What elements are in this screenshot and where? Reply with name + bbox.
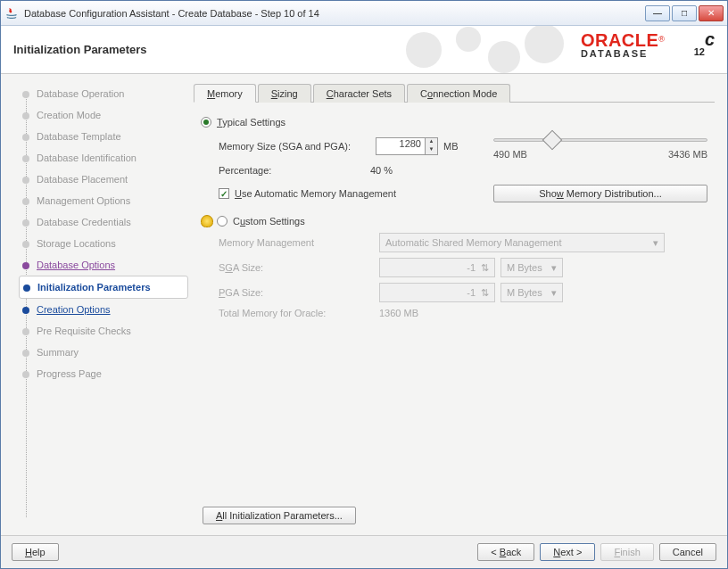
page-title: Initialization Parameters	[13, 43, 147, 56]
total-memory-label: Total Memory for Oracle:	[219, 308, 379, 318]
app-window: Database Configuration Assistant - Creat…	[0, 0, 728, 569]
radio-custom-settings[interactable]	[217, 216, 228, 227]
memory-size-label: Memory Size (SGA and PGA):	[219, 141, 370, 152]
nav-step: Database Template	[22, 126, 188, 147]
back-button[interactable]: < Back	[477, 543, 534, 561]
nav-step: Database Credentials	[22, 211, 188, 233]
hint-icon	[201, 215, 213, 227]
help-button[interactable]: Help	[12, 543, 59, 561]
nav-step: Database Placement	[22, 169, 188, 190]
all-init-params-button[interactable]: All Initialization Parameters...	[203, 507, 356, 524]
nav-step: Progress Page	[22, 363, 188, 384]
show-memory-distribution-button[interactable]: Show Memory Distribution...	[493, 185, 707, 202]
nav-step: Database Operation	[22, 83, 188, 104]
brand-oracle: ORACLE	[581, 30, 658, 50]
brand-version: 12c	[694, 29, 715, 62]
tab-sizing[interactable]: Sizing	[258, 84, 311, 103]
nav-step: Management Options	[22, 190, 188, 211]
body: Database Operation Creation Mode Databas…	[1, 74, 727, 535]
chevron-down-icon: ▾	[653, 237, 658, 249]
svg-point-2	[488, 41, 520, 73]
tabs: Memory Sizing Character Sets Connection …	[194, 83, 715, 103]
pga-label: PGA Size:	[219, 287, 379, 298]
nav-step-current: Initialization Parameters	[19, 276, 188, 299]
checkbox-amm[interactable]: ✓	[219, 188, 229, 199]
pga-unit-select: M Bytes▾	[500, 283, 563, 302]
memory-management-select: Automatic Shared Memory Management▾	[379, 233, 665, 252]
header: Initialization Parameters ORACLE® DATABA…	[1, 26, 727, 74]
gears-decoration	[388, 26, 567, 73]
window-controls: — □ ✕	[645, 5, 724, 21]
memory-size-unit: MB	[443, 141, 459, 152]
amm-label: Use Automatic Memory Management	[235, 188, 396, 199]
percentage-value: 40 %	[370, 165, 393, 176]
typical-settings-label: Typical Settings	[217, 117, 285, 128]
nav-step-database-options[interactable]: Database Options	[22, 254, 188, 276]
tab-character-sets[interactable]: Character Sets	[313, 84, 405, 103]
brand-logo: ORACLE® DATABASE	[581, 31, 665, 59]
spinner-icon[interactable]: ▲▼	[425, 138, 437, 154]
slider-min-label: 490 MB	[493, 149, 527, 160]
tab-connection-mode[interactable]: Connection Mode	[407, 84, 510, 103]
nav-step: Creation Mode	[22, 104, 188, 126]
nav-step: Summary	[22, 342, 188, 363]
radio-typical-settings[interactable]	[201, 117, 211, 128]
svg-point-0	[406, 32, 442, 68]
minimize-button[interactable]: —	[645, 5, 670, 21]
maximize-button[interactable]: □	[672, 5, 697, 21]
mm-label: Memory Management	[219, 237, 379, 248]
memory-size-input[interactable]: 1280 ▲▼	[376, 137, 438, 155]
sga-unit-select: M Bytes▾	[500, 258, 563, 277]
cancel-button[interactable]: Cancel	[659, 543, 716, 561]
total-memory-value: 1360 MB	[379, 308, 418, 318]
percentage-label: Percentage:	[219, 165, 370, 176]
window-title: Database Configuration Assistant - Creat…	[24, 8, 645, 19]
sga-size-input: -1⇅	[379, 258, 495, 277]
next-button[interactable]: Next >	[540, 543, 595, 561]
tab-memory[interactable]: Memory	[194, 84, 256, 103]
pga-size-input: -1⇅	[379, 283, 495, 302]
step-nav: Database Operation Creation Mode Databas…	[1, 74, 188, 535]
svg-point-1	[456, 27, 481, 52]
finish-button: Finish	[600, 543, 653, 561]
nav-step: Database Identification	[22, 147, 188, 169]
main-panel: Memory Sizing Character Sets Connection …	[188, 74, 727, 535]
nav-step-creation-options[interactable]: Creation Options	[22, 299, 188, 320]
titlebar: Database Configuration Assistant - Creat…	[1, 1, 727, 26]
svg-point-3	[525, 26, 564, 63]
slider-max-label: 3436 MB	[668, 149, 707, 160]
memory-slider[interactable]: 490 MB 3436 MB	[493, 133, 707, 160]
close-button[interactable]: ✕	[699, 5, 724, 21]
footer: Help < Back Next > Finish Cancel	[1, 535, 727, 568]
nav-step: Storage Locations	[22, 233, 188, 254]
brand-database: DATABASE	[581, 49, 665, 59]
nav-step: Pre Requisite Checks	[22, 320, 188, 342]
custom-settings-label: Custom Settings	[233, 216, 305, 227]
bottom-bar: All Initialization Parameters...	[194, 501, 715, 530]
java-icon	[4, 6, 19, 21]
tab-body-memory: Typical Settings Memory Size (SGA and PG…	[194, 103, 715, 501]
sga-label: SGA Size:	[219, 262, 379, 273]
